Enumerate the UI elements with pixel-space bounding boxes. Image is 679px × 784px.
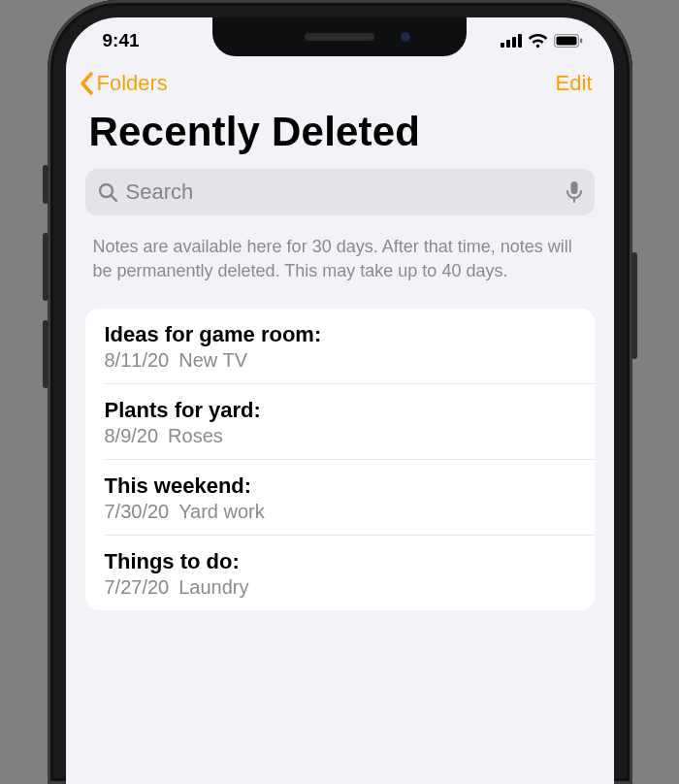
note-preview: Yard work (178, 501, 265, 522)
mic-icon[interactable] (566, 180, 583, 204)
volume-down-button (43, 320, 48, 388)
note-title: Things to do: (105, 549, 575, 574)
note-title: Ideas for game room: (105, 322, 575, 347)
status-time: 9:41 (103, 30, 140, 51)
svg-rect-9 (570, 181, 577, 194)
search-icon (97, 181, 118, 203)
note-preview: Roses (168, 425, 223, 446)
mute-switch (43, 165, 48, 204)
svg-rect-6 (580, 39, 582, 44)
note-date: 8/11/20 (105, 349, 170, 371)
note-preview: New TV (178, 349, 247, 371)
info-text: Notes are available here for 30 days. Af… (66, 215, 614, 309)
battery-icon (554, 34, 583, 48)
page-title: Recently Deleted (66, 99, 614, 169)
back-label: Folders (97, 71, 168, 96)
note-row[interactable]: Ideas for game room: 8/11/20New TV (85, 309, 595, 383)
edit-button[interactable]: Edit (556, 71, 593, 96)
chevron-left-icon (78, 70, 97, 97)
note-subtitle: 7/30/20Yard work (105, 501, 575, 523)
cellular-signal-icon (501, 34, 522, 48)
svg-rect-1 (506, 40, 510, 48)
note-date: 7/27/20 (105, 576, 170, 598)
back-button[interactable]: Folders (78, 70, 168, 97)
front-camera (399, 30, 412, 44)
search-placeholder: Search (126, 180, 558, 205)
svg-rect-0 (501, 43, 504, 48)
search-input[interactable]: Search (85, 169, 595, 215)
svg-rect-3 (518, 34, 522, 48)
volume-up-button (43, 233, 48, 301)
nav-bar: Folders Edit (66, 64, 614, 99)
svg-rect-5 (556, 37, 576, 46)
speaker-grille (305, 33, 374, 41)
notch (212, 17, 467, 56)
note-row[interactable]: Plants for yard: 8/9/20Roses (105, 383, 595, 459)
note-subtitle: 8/9/20Roses (105, 425, 575, 447)
note-title: This weekend: (105, 474, 575, 499)
phone-frame: 9:41 (48, 0, 632, 784)
phone-screen: 9:41 (66, 17, 614, 784)
note-subtitle: 8/11/20New TV (105, 349, 575, 372)
note-row[interactable]: This weekend: 7/30/20Yard work (105, 459, 595, 535)
wifi-icon (528, 34, 548, 49)
note-subtitle: 7/27/20Laundry (105, 576, 575, 599)
side-button (631, 252, 637, 359)
note-date: 7/30/20 (105, 501, 170, 522)
note-row[interactable]: Things to do: 7/27/20Laundry (105, 535, 595, 610)
notes-list: Ideas for game room: 8/11/20New TV Plant… (85, 309, 595, 610)
note-title: Plants for yard: (105, 398, 575, 423)
svg-rect-2 (512, 37, 516, 48)
note-preview: Laundry (178, 576, 248, 598)
svg-line-8 (111, 196, 116, 202)
note-date: 8/9/20 (105, 425, 159, 446)
